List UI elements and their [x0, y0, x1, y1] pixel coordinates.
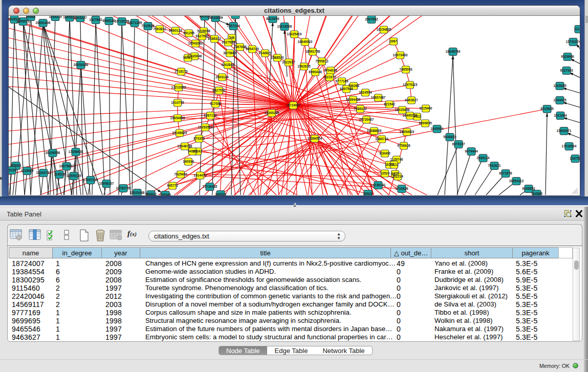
svg-text:1405571: 1405571	[16, 19, 30, 23]
svg-text:19166829: 19166829	[172, 131, 187, 135]
svg-text:14136141: 14136141	[371, 183, 386, 187]
svg-text:16154838: 16154838	[377, 28, 391, 31]
svg-text:103319: 103319	[230, 16, 241, 16]
svg-text:16543382: 16543382	[188, 41, 203, 45]
svg-text:1115689: 1115689	[21, 169, 34, 172]
svg-text:1640954: 1640954	[430, 127, 444, 130]
svg-text:96523: 96523	[363, 192, 373, 195]
svg-text:11353594: 11353594	[198, 125, 213, 129]
svg-text:891295: 891295	[183, 31, 194, 35]
svg-text:1914479: 1914479	[193, 173, 207, 177]
svg-text:7485003: 7485003	[399, 68, 412, 71]
svg-text:8813054: 8813054	[266, 17, 279, 20]
svg-text:6497568: 6497568	[340, 87, 353, 91]
svg-text:15716485: 15716485	[203, 185, 217, 188]
svg-text:18724007: 18724007	[286, 103, 301, 107]
svg-text:9699695: 9699695	[419, 121, 432, 125]
svg-text:9146821: 9146821	[258, 51, 272, 55]
svg-text:835061: 835061	[10, 164, 21, 167]
svg-text:9115460: 9115460	[420, 106, 432, 110]
svg-text:12342737: 12342737	[36, 171, 51, 174]
svg-text:9227343: 9227343	[560, 69, 573, 72]
svg-text:2367608: 2367608	[233, 45, 247, 49]
svg-text:4412: 4412	[413, 115, 421, 118]
svg-text:12923448: 12923448	[130, 191, 145, 194]
svg-text:7955812: 7955812	[315, 59, 329, 63]
svg-text:17957225: 17957225	[83, 178, 98, 182]
svg-text:1065327: 1065327	[74, 16, 87, 19]
svg-text:20691406: 20691406	[36, 21, 51, 25]
svg-text:13325419: 13325419	[287, 32, 302, 36]
svg-text:16640910: 16640910	[298, 40, 313, 43]
svg-text:546: 546	[229, 36, 235, 39]
svg-text:3322037: 3322037	[282, 60, 295, 64]
svg-text:16671355: 16671355	[127, 21, 142, 25]
svg-text:39159: 39159	[9, 168, 16, 172]
svg-text:8471676: 8471676	[499, 171, 512, 175]
svg-text:17016504: 17016504	[562, 144, 577, 148]
svg-text:1010755: 1010755	[171, 101, 184, 104]
svg-text:10807487: 10807487	[371, 96, 386, 99]
svg-text:1209385: 1209385	[553, 84, 567, 87]
svg-text:1034319: 1034319	[49, 16, 62, 18]
svg-text:69888: 69888	[26, 16, 35, 18]
svg-text:100046: 100046	[160, 193, 171, 195]
svg-text:7357224: 7357224	[227, 24, 240, 28]
svg-text:873352: 873352	[193, 137, 205, 140]
svg-text:18300295: 18300295	[265, 111, 279, 115]
svg-text:6794028: 6794028	[324, 69, 337, 72]
svg-text:5938923: 5938923	[443, 135, 456, 139]
svg-text:15720407: 15720407	[359, 118, 374, 121]
svg-text:10025458: 10025458	[395, 108, 410, 112]
svg-text:19654953: 19654953	[170, 116, 185, 120]
svg-text:10046788: 10046788	[178, 144, 192, 148]
svg-text:19218506: 19218506	[277, 25, 292, 28]
svg-text:20206556: 20206556	[46, 151, 60, 155]
svg-text:19384554: 19384554	[308, 137, 322, 140]
svg-text:9329966: 9329966	[561, 55, 574, 58]
svg-text:6990448: 6990448	[309, 70, 322, 74]
svg-text:989812: 989812	[145, 192, 157, 195]
svg-text:13524: 13524	[380, 171, 389, 175]
svg-text:19654923: 19654923	[400, 130, 415, 134]
svg-text:17359928: 17359928	[69, 150, 83, 154]
svg-text:9245652: 9245652	[522, 187, 535, 190]
svg-text:20364436: 20364436	[346, 98, 361, 101]
svg-text:12975115: 12975115	[403, 83, 418, 86]
svg-text:12213369: 12213369	[171, 85, 186, 89]
svg-text:8660124: 8660124	[169, 29, 182, 32]
svg-text:20053346: 20053346	[74, 63, 89, 67]
svg-text:2935114: 2935114	[477, 156, 490, 160]
svg-text:9242848: 9242848	[221, 63, 234, 67]
svg-text:9474444: 9474444	[465, 149, 478, 153]
svg-text:7663822: 7663822	[153, 27, 166, 31]
svg-text:3875685: 3875685	[223, 51, 236, 55]
svg-text:15692971: 15692971	[557, 129, 572, 133]
svg-text:917006: 917006	[210, 102, 221, 105]
svg-text:9979197: 9979197	[452, 142, 465, 146]
svg-text:1621064: 1621064	[554, 114, 567, 117]
svg-text:7625402: 7625402	[174, 172, 187, 176]
svg-text:918400: 918400	[379, 151, 390, 155]
svg-text:1244415: 1244415	[553, 98, 567, 102]
svg-text:1120746: 1120746	[390, 158, 403, 161]
svg-text:7515526: 7515526	[141, 24, 155, 28]
svg-text:621542: 621542	[384, 102, 395, 106]
svg-text:98961: 98961	[183, 56, 192, 59]
svg-text:9327503: 9327503	[195, 34, 209, 38]
svg-text:6966160: 6966160	[102, 19, 116, 23]
svg-text:10654112: 10654112	[509, 179, 524, 183]
svg-text:9327508: 9327508	[222, 40, 235, 44]
svg-text:924565: 924565	[531, 192, 542, 195]
svg-text:2087682: 2087682	[365, 17, 378, 21]
svg-text:8427552: 8427552	[212, 89, 226, 92]
svg-text:8215955: 8215955	[540, 107, 554, 111]
svg-text:8267150: 8267150	[204, 114, 217, 117]
svg-text:16648784: 16648784	[446, 50, 461, 53]
svg-text:3824554: 3824554	[359, 91, 372, 94]
svg-text:9463627: 9463627	[405, 98, 418, 102]
svg-text:8454749: 8454749	[246, 47, 259, 51]
svg-text:75112: 75112	[389, 163, 399, 166]
svg-text:16961758: 16961758	[306, 50, 320, 53]
svg-text:1621072: 1621072	[323, 75, 336, 79]
